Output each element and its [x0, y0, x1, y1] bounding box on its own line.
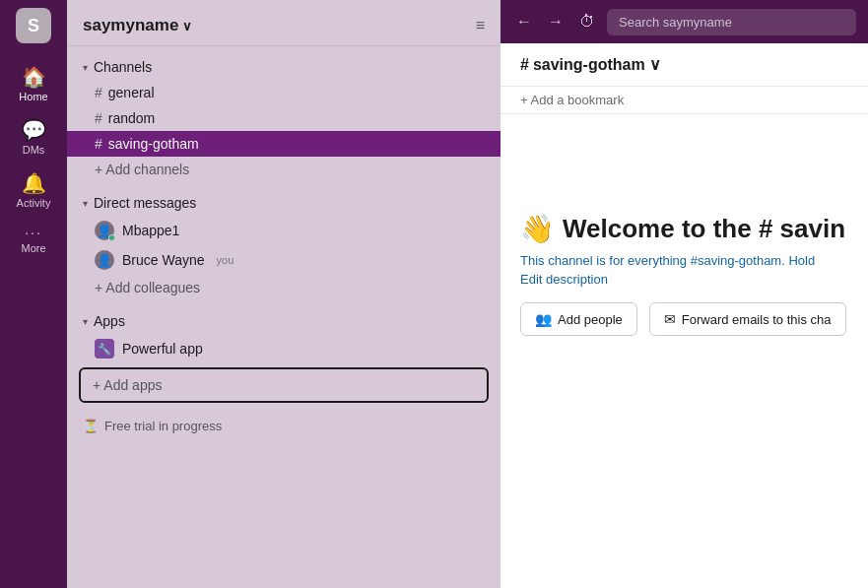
add-apps-label: + Add apps [93, 377, 162, 393]
dm-section-header[interactable]: ▾ Direct messages [67, 190, 501, 216]
powerful-app-avatar-icon: 🔧 [98, 343, 111, 356]
mbappe1-avatar: 👤 [95, 221, 114, 240]
channel-header: # saving-gotham ∨ [501, 43, 868, 87]
channels-collapse-icon: ▾ [83, 62, 88, 73]
app-powerful-app[interactable]: 🔧 Powerful app [67, 334, 501, 363]
channel-random-name: random [108, 110, 155, 126]
edit-description-link[interactable]: Edit description [520, 272, 848, 287]
channels-label: Channels [94, 59, 152, 75]
dm-label: Direct messages [94, 195, 196, 211]
search-input[interactable] [607, 9, 856, 35]
channel-saving-gotham[interactable]: # saving-gotham [67, 131, 501, 157]
forward-emails-button[interactable]: ✉ Forward emails to this cha [649, 302, 846, 336]
nav-label-home: Home [19, 91, 47, 102]
workspace-icon[interactable]: S [16, 8, 51, 43]
you-badge: you [217, 254, 234, 266]
sidebar: saymyname ∨ ≡ ▾ Channels # general # ran… [67, 0, 501, 588]
free-trial-item[interactable]: ⏳ Free trial in progress [67, 411, 501, 441]
dm-collapse-icon: ▾ [83, 198, 88, 209]
apps-collapse-icon: ▾ [83, 316, 88, 327]
hash-icon-active: # [95, 136, 102, 152]
powerful-app-name: Powerful app [122, 341, 203, 357]
dm-bruce-wayne[interactable]: 👤 Bruce Wayne you [67, 245, 501, 275]
add-channels-label: + Add channels [95, 162, 189, 177]
wave-emoji: 👋 [520, 213, 555, 245]
nav-label-more: More [21, 242, 45, 254]
channel-saving-gotham-name: saving-gotham [108, 136, 199, 152]
sidebar-body: ▾ Channels # general # random # saving-g… [67, 46, 501, 588]
forward-button[interactable]: → [544, 9, 568, 34]
dms-icon: 💬 [22, 118, 46, 142]
powerful-app-icon: 🔧 [95, 339, 114, 359]
channel-general-name: general [108, 85, 155, 100]
forward-emails-label: Forward emails to this cha [682, 312, 832, 327]
bell-icon: 🔔 [22, 171, 46, 195]
hash-icon: # [95, 85, 102, 100]
add-colleagues-label: + Add colleagues [95, 280, 200, 295]
bookmark-bar[interactable]: + Add a bookmark [501, 87, 868, 114]
dm-mbappe1[interactable]: 👤 Mbappe1 [67, 216, 501, 245]
channel-body: 👋 Welcome to the # savin This channel is… [501, 114, 868, 588]
trial-label: Free trial in progress [104, 419, 222, 433]
apps-section-header[interactable]: ▾ Apps [67, 308, 501, 334]
welcome-description[interactable]: This channel is for everything #saving-g… [520, 253, 848, 268]
channel-name[interactable]: # saving-gotham ∨ [520, 55, 661, 74]
bruce-wayne-name: Bruce Wayne [122, 252, 205, 268]
bookmark-label: + Add a bookmark [520, 93, 624, 107]
channel-general[interactable]: # general [67, 80, 501, 105]
add-people-icon: 👥 [535, 311, 552, 327]
main-content: ← → ⏱ # saving-gotham ∨ + Add a bookmark… [501, 0, 868, 588]
add-colleagues-button[interactable]: + Add colleagues [67, 275, 501, 300]
top-bar: ← → ⏱ [501, 0, 868, 43]
welcome-section: 👋 Welcome to the # savin This channel is… [520, 213, 848, 336]
nav-bar: S 🏠 Home 💬 DMs 🔔 Activity ··· More [0, 0, 67, 588]
nav-label-activity: Activity [17, 197, 51, 209]
nav-item-activity[interactable]: 🔔 Activity [6, 165, 61, 215]
add-apps-box: + Add apps [79, 367, 489, 403]
hourglass-icon: ⏳ [83, 419, 99, 433]
hash-icon: # [95, 110, 102, 126]
add-people-label: Add people [558, 312, 623, 327]
sidebar-title[interactable]: saymyname ∨ [83, 16, 192, 35]
mbappe1-status-dot [108, 234, 115, 241]
bruce-wayne-avatar-icon: 👤 [97, 253, 112, 268]
email-icon: ✉ [664, 311, 676, 327]
add-channels-button[interactable]: + Add channels [67, 157, 501, 182]
add-apps-button[interactable]: + Add apps [81, 369, 487, 401]
home-icon: 🏠 [22, 65, 46, 89]
more-icon: ··· [25, 225, 42, 240]
add-people-button[interactable]: 👥 Add people [520, 302, 637, 336]
mbappe1-name: Mbappe1 [122, 223, 179, 238]
workspace-name: saymyname [83, 16, 178, 35]
nav-item-dms[interactable]: 💬 DMs [6, 112, 61, 162]
filter-icon[interactable]: ≡ [476, 17, 485, 34]
channel-hash-icon: # [520, 56, 529, 74]
nav-item-home[interactable]: 🏠 Home [6, 59, 61, 108]
welcome-title: 👋 Welcome to the # savin [520, 213, 848, 245]
nav-item-more[interactable]: ··· More [6, 219, 61, 260]
action-buttons: 👥 Add people ✉ Forward emails to this ch… [520, 302, 848, 336]
channel-random[interactable]: # random [67, 105, 501, 131]
sidebar-header: saymyname ∨ ≡ [67, 0, 501, 46]
bruce-wayne-avatar: 👤 [95, 250, 114, 270]
history-button[interactable]: ⏱ [575, 9, 599, 34]
channel-chevron-icon: ∨ [649, 55, 661, 74]
welcome-title-text: Welcome to the # savin [563, 214, 845, 244]
channel-name-text: saving-gotham [533, 56, 645, 74]
workspace-chevron-icon: ∨ [182, 19, 192, 33]
nav-label-dms: DMs [23, 144, 45, 156]
channels-section-header[interactable]: ▾ Channels [67, 54, 501, 80]
apps-label: Apps [94, 313, 125, 329]
back-button[interactable]: ← [512, 9, 536, 34]
